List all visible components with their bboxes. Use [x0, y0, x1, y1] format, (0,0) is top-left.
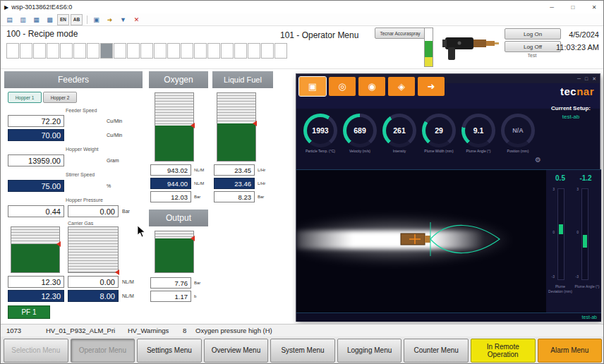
- feeder-speed-set-unit: Cu/Min: [107, 133, 122, 138]
- liquid-fuel-gauge: [217, 92, 256, 162]
- carrier-gas-setpoint-2[interactable]: 8.00: [68, 290, 119, 302]
- page-title: 101 - Operator Menu: [280, 30, 358, 40]
- feeder-speed-unit: Cu/Min: [107, 119, 122, 123]
- feeder-speed-actual: 72.20: [8, 115, 64, 127]
- carrier-gas-gauge-1-fill: [11, 244, 59, 272]
- tecnar-statusbar: test-ab: [296, 313, 601, 322]
- plume-angle-bar: [583, 235, 587, 248]
- language-ab-icon[interactable]: AB: [71, 14, 83, 25]
- recipe-step-cell[interactable]: [47, 43, 59, 59]
- liquid-fuel-setpoint[interactable]: 23.46: [214, 178, 255, 189]
- recipe-step-cell[interactable]: [167, 43, 180, 59]
- liquid-fuel-panel-header: Liquid Fuel: [212, 71, 273, 88]
- new-icon[interactable]: ▤: [4, 14, 16, 25]
- oxygen-gauge: [155, 92, 194, 162]
- recipe-step-cell[interactable]: [248, 43, 260, 59]
- gauge-label: Intensity: [379, 149, 420, 153]
- temperature-view-icon[interactable]: ◉: [358, 77, 385, 96]
- archive-icon[interactable]: ▼: [117, 14, 129, 25]
- close-button[interactable]: ✕: [584, 1, 604, 13]
- recipe-step-cell[interactable]: [261, 43, 274, 59]
- carrier-gas-setpoint-1[interactable]: 12.30: [8, 290, 64, 302]
- gauge-particle-temp: 1993 Particle Temp. (°C): [303, 114, 337, 147]
- system-menu-button[interactable]: System Menu: [270, 339, 335, 363]
- gauges-view-icon[interactable]: ◎: [329, 77, 356, 96]
- maximize-button[interactable]: □: [562, 1, 584, 13]
- recipe-step-cell[interactable]: [221, 43, 234, 59]
- grid-icon[interactable]: ▩: [44, 14, 56, 25]
- camera-view-icon[interactable]: ▣: [299, 77, 326, 96]
- tecnar-maximize-button[interactable]: □: [585, 76, 588, 81]
- export-view-icon[interactable]: ➜: [418, 77, 445, 96]
- feeder-speed-setpoint[interactable]: 70.00: [8, 129, 64, 141]
- export-icon[interactable]: ➜: [104, 14, 116, 25]
- hopper2-button[interactable]: Hopper 2: [43, 92, 77, 103]
- date-label: 4/5/2024: [536, 30, 599, 39]
- current-setup-value[interactable]: test-ab: [543, 114, 598, 120]
- oxygen-set-unit: NL/M: [194, 181, 204, 186]
- copy-icon[interactable]: ▣: [90, 14, 102, 25]
- remote-operation-button[interactable]: In Remote Operation: [471, 339, 536, 363]
- plume-deviation-bar: [559, 224, 563, 234]
- carrier-gas-gauge-2: [68, 226, 119, 273]
- recipe-step-cell[interactable]: [33, 43, 46, 59]
- gauge-plume-width: 29 Plume Width (mm): [422, 114, 456, 147]
- recipe-step-cell[interactable]: [60, 43, 73, 59]
- alarm-menu-button[interactable]: Alarm Menu: [538, 339, 603, 363]
- recipe-step-cell[interactable]: [140, 43, 153, 59]
- liquid-fuel-pressure-unit: Bar: [258, 195, 264, 199]
- tecnar-minimize-button[interactable]: ─: [577, 76, 581, 81]
- gauge-value: 29: [425, 117, 452, 144]
- counter-menu-button[interactable]: Counter Menu: [404, 339, 469, 363]
- settings-menu-button[interactable]: Settings Menu: [137, 339, 202, 363]
- gear-icon[interactable]: ⚙: [535, 156, 541, 164]
- gauge-value: 689: [346, 117, 373, 144]
- header-divider: [1, 68, 604, 69]
- recipe-step-cell[interactable]: [20, 43, 32, 59]
- minimize-button[interactable]: ─: [541, 1, 562, 13]
- window-title: wsp-3013862!E4S6:0: [11, 4, 541, 11]
- tecnar-accuraspray-button[interactable]: Tecnar Accuraspray: [375, 28, 425, 39]
- recipe-step-cell[interactable]: [100, 43, 113, 59]
- carrier-gas-actual-1: 12.30: [8, 276, 64, 288]
- language-en-icon[interactable]: EN: [57, 14, 69, 25]
- spray-gun-image: [441, 28, 500, 64]
- current-user-label: Test: [505, 53, 560, 58]
- recipe-step-cell[interactable]: [114, 43, 126, 59]
- recipe-step-cell[interactable]: [181, 43, 193, 59]
- recipe-step-cell[interactable]: [207, 43, 220, 59]
- gauge-label: Velocity (m/s): [339, 149, 380, 153]
- gauge-label: Position (mm): [497, 149, 538, 153]
- hopper-pressure-unit: Bar: [122, 209, 130, 214]
- stirrer-speed-setpoint[interactable]: 75.00: [8, 180, 64, 192]
- open-icon[interactable]: ▥: [17, 14, 29, 25]
- tecnar-logo: tecnar: [560, 85, 594, 97]
- recipe-step-cell[interactable]: [127, 43, 140, 59]
- tecnar-close-button[interactable]: ✕: [592, 76, 596, 82]
- recipe-step-cell[interactable]: [234, 43, 247, 59]
- pf1-button[interactable]: PF 1: [8, 305, 50, 319]
- status-light-off: [425, 28, 433, 41]
- hopper1-button[interactable]: Hopper 1: [8, 92, 42, 103]
- recipe-step-cell[interactable]: [154, 43, 167, 59]
- recipe-step-cell[interactable]: [87, 43, 99, 59]
- plume-overlay: [296, 170, 546, 313]
- recipe-step-cell[interactable]: [274, 43, 287, 59]
- oxygen-setpoint[interactable]: 944.00: [150, 178, 191, 189]
- delete-icon[interactable]: ✕: [131, 14, 143, 25]
- logging-menu-button[interactable]: Logging Menu: [337, 339, 402, 363]
- gauge-value: N/A: [505, 117, 531, 144]
- recipe-step-cell[interactable]: [73, 43, 86, 59]
- tecnar-logo-tec: tec: [560, 85, 576, 97]
- overview-menu-button[interactable]: Overview Menu: [204, 339, 269, 363]
- plume-angle-label: Plume Angle (°): [574, 284, 600, 289]
- operator-menu-button[interactable]: Operator Menu: [71, 339, 135, 363]
- alarm-number: 1073: [6, 327, 21, 334]
- spray-view-icon[interactable]: ◈: [388, 77, 415, 96]
- alarm-statusbar[interactable]: 1073 HV_01_P932_ALM_Pri HV_Warnings 8 Ox…: [1, 324, 604, 336]
- save-icon[interactable]: ▦: [30, 14, 42, 25]
- output-value2-unit: b: [194, 294, 196, 298]
- recipe-step-cell[interactable]: [194, 43, 207, 59]
- recipe-step-cell[interactable]: [6, 43, 19, 59]
- carrier-gas-gauge-1: [11, 226, 60, 273]
